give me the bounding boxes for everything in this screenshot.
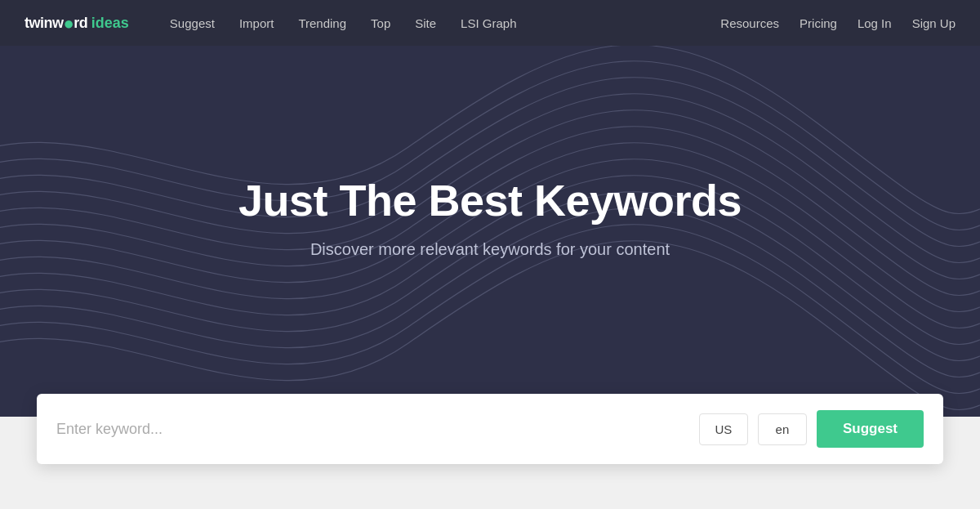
nav-link-top[interactable]: Top xyxy=(371,16,390,30)
navbar: twinw●rd ideas Suggest Import Trending T… xyxy=(0,0,980,46)
nav-link-suggest[interactable]: Suggest xyxy=(170,16,215,30)
locale-lang-button[interactable]: en xyxy=(758,413,807,445)
nav-left: Suggest Import Trending Top Site LSI Gra… xyxy=(170,16,721,30)
logo-ideas: ideas xyxy=(91,15,129,32)
nav-link-import[interactable]: Import xyxy=(239,16,274,30)
hero-section: .wave-line { fill: none; stroke: #8a90b0… xyxy=(0,0,980,417)
hero-subtitle: Discover more relevant keywords for your… xyxy=(238,240,742,259)
nav-link-pricing[interactable]: Pricing xyxy=(800,16,837,30)
nav-link-signup[interactable]: Sign Up xyxy=(912,16,956,30)
nav-right: Resources Pricing Log In Sign Up xyxy=(720,16,956,30)
nav-link-lsi-graph[interactable]: LSI Graph xyxy=(461,16,516,30)
search-container: US en Suggest xyxy=(37,394,943,464)
logo[interactable]: twinw●rd ideas xyxy=(24,15,129,32)
hero-content: Just The Best Keywords Discover more rel… xyxy=(238,175,742,259)
nav-link-resources[interactable]: Resources xyxy=(720,16,779,30)
nav-link-trending[interactable]: Trending xyxy=(298,16,346,30)
search-input[interactable] xyxy=(56,421,689,438)
hero-title: Just The Best Keywords xyxy=(238,175,742,225)
logo-twinword: twinw●rd xyxy=(24,15,91,32)
nav-link-login[interactable]: Log In xyxy=(858,16,892,30)
locale-country-button[interactable]: US xyxy=(699,413,748,445)
nav-link-site[interactable]: Site xyxy=(415,16,436,30)
suggest-button[interactable]: Suggest xyxy=(817,410,924,448)
